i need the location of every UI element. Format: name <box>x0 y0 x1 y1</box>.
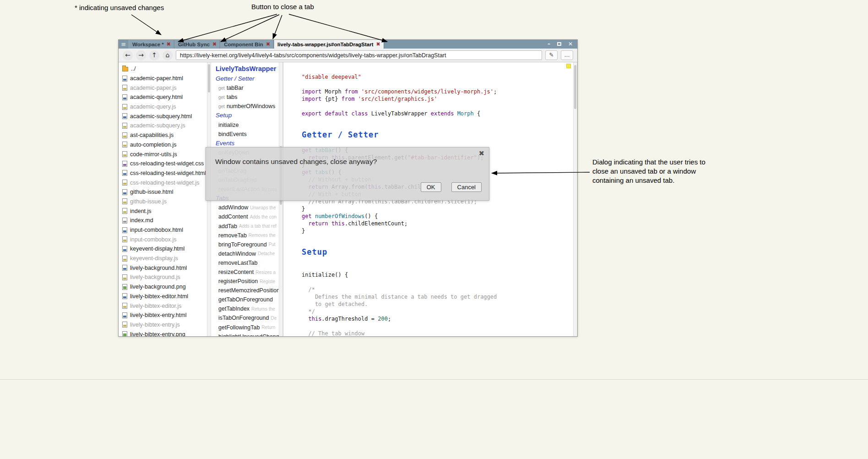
file-item[interactable]: academic-paper.html <box>119 74 207 83</box>
menu-icon[interactable]: ≡ <box>119 40 129 49</box>
outline-section-header[interactable]: Getter / Setter <box>216 74 279 83</box>
arrow-unsaved <box>131 15 161 35</box>
tab-label: GitHub Sync <box>178 42 210 47</box>
minimize-button[interactable]: – <box>548 40 550 49</box>
outline-section-header[interactable]: Events <box>216 139 279 148</box>
outline-item-label: addTab <box>218 223 237 230</box>
dialog-buttons: OK Cancel <box>421 182 482 192</box>
outline-item[interactable]: addContentAdds the con <box>216 212 279 221</box>
outline-item-label: removeTab <box>218 232 247 239</box>
file-item[interactable]: github-issue.html <box>119 187 207 197</box>
code-line: return this.childElementCount; <box>302 220 566 227</box>
tab-close-icon[interactable]: ✖ <box>266 41 270 47</box>
maximize-button[interactable] <box>557 40 561 49</box>
outline-item[interactable]: isTabOnForegroundDe <box>216 313 279 322</box>
file-item[interactable]: academic-query.html <box>119 93 207 102</box>
tab[interactable]: Component Bin✖ <box>220 40 274 49</box>
tab-close-icon[interactable]: ✖ <box>167 41 171 47</box>
file-item[interactable]: input-combobox.html <box>119 225 207 235</box>
code-line: } <box>302 205 566 213</box>
file-item[interactable]: css-reloading-test-widget.html <box>119 169 207 178</box>
png-file-icon <box>122 284 127 290</box>
outline-item[interactable]: addTabAdds a tab that ref <box>216 222 279 231</box>
file-item[interactable]: github-issue.js <box>119 197 207 207</box>
dialog-close-icon[interactable]: ✖ <box>478 149 484 158</box>
getter-prefix: get <box>218 104 225 109</box>
folder-file-icon <box>122 67 128 71</box>
outline-item-note: Removes the <box>249 233 276 238</box>
file-name: github-issue.js <box>130 198 167 205</box>
file-item[interactable]: indent.js <box>119 206 207 216</box>
outline-item[interactable]: getTabIndexReturns the <box>216 304 279 313</box>
file-item[interactable]: input-combobox.js <box>119 235 207 244</box>
file-item[interactable]: lively-bibtex-editor.html <box>119 292 207 301</box>
file-item[interactable]: lively-bibtex-entry.js <box>119 320 207 330</box>
file-item[interactable]: ast-capabilities.js <box>119 131 207 140</box>
tab-label: Component Bin <box>224 42 263 47</box>
outline-item[interactable]: resetMemoziredPosition <box>216 286 279 295</box>
file-item[interactable]: css-reloading-test-widget.js <box>119 178 207 187</box>
outline-item[interactable]: detachWindowDetache <box>216 249 279 258</box>
code-scrollbar[interactable] <box>573 62 577 336</box>
tab-label: lively-tabs-wrapper.js#onTabDragStart <box>277 42 373 47</box>
file-item[interactable]: lively-bibtex-editor.js <box>119 301 207 311</box>
outline-item[interactable]: bringToForegroundPut <box>216 240 279 249</box>
file-item[interactable]: lively-bibtex-entry.html <box>119 311 207 320</box>
file-item[interactable]: lively-bibtex-entry.png <box>119 329 207 336</box>
file-name: input-combobox.js <box>130 236 176 243</box>
outline-item[interactable]: addWindowUnwraps the <box>216 203 279 212</box>
file-item[interactable]: academic-query.js <box>119 102 207 112</box>
file-name: lively-bibtex-entry.html <box>130 312 186 318</box>
file-item[interactable]: academic-subquery.js <box>119 121 207 131</box>
file-item[interactable]: lively-background.js <box>119 273 207 282</box>
outline-item[interactable]: registerPositionRegiste <box>216 277 279 286</box>
outline-item[interactable]: removeLastTab <box>216 258 279 268</box>
outline-item[interactable]: resizeContentResizes a <box>216 268 279 277</box>
file-item[interactable]: auto-completion.js <box>119 140 207 150</box>
edit-button[interactable]: ✎ <box>545 50 558 60</box>
outline-item[interactable]: removeTabRemoves the <box>216 231 279 240</box>
file-item[interactable]: lively-background.html <box>119 263 207 273</box>
home-button[interactable]: ⌂ <box>163 50 173 60</box>
file-item[interactable]: keyevent-display.html <box>119 244 207 254</box>
outline-item[interactable]: gettabBar <box>216 83 279 93</box>
code-line: "disable deepeval" <box>302 73 566 81</box>
outline-item[interactable]: getnumberOfWindows <box>216 102 279 111</box>
url-input[interactable] <box>176 50 542 60</box>
file-name: lively-background.png <box>130 284 186 290</box>
code-line: initialize() { <box>302 271 566 279</box>
tab[interactable]: Workspace *✖ <box>129 40 174 49</box>
outline-item[interactable]: initialize <box>216 120 279 129</box>
outline-item[interactable]: getFollowingTabReturn <box>216 323 279 332</box>
ok-button[interactable]: OK <box>421 182 441 192</box>
more-button[interactable]: … <box>561 50 573 60</box>
scrollbar-thumb[interactable] <box>208 64 210 93</box>
window-close-button[interactable]: ✕ <box>568 40 573 49</box>
tab[interactable]: lively-tabs-wrapper.js#onTabDragStart✖ <box>274 40 384 49</box>
up-button[interactable]: ↑ <box>149 50 159 60</box>
file-item[interactable]: lively-background.png <box>119 282 207 292</box>
forward-button[interactable]: → <box>136 50 146 60</box>
code-line: /* <box>302 286 566 293</box>
outline-section-header[interactable]: Setup <box>216 111 279 120</box>
file-item[interactable]: keyevent-display.js <box>119 254 207 263</box>
file-item[interactable]: academic-paper.js <box>119 83 207 93</box>
tab-close-icon[interactable]: ✖ <box>376 41 380 47</box>
outline-item[interactable]: highlightUnsavedChanges <box>216 332 279 336</box>
outline-item[interactable]: bindEvents <box>216 130 279 139</box>
file-item[interactable]: code-mirror-utils.js <box>119 149 207 159</box>
tab-close-icon[interactable]: ✖ <box>212 41 217 47</box>
scrollbar-thumb[interactable] <box>574 65 576 109</box>
file-item[interactable]: css-reloading-test-widget.css <box>119 159 207 169</box>
file-name: academic-query.html <box>130 94 183 100</box>
outline-item[interactable]: gettabs <box>216 93 279 102</box>
cancel-button[interactable]: Cancel <box>451 182 482 192</box>
file-item[interactable]: academic-subquery.html <box>119 111 207 121</box>
outline-item-label: tabBar <box>227 85 244 91</box>
code-line: import Morph from 'src/components/widget… <box>302 88 566 95</box>
tab[interactable]: GitHub Sync✖ <box>174 40 220 49</box>
file-item[interactable]: ../ <box>119 64 207 74</box>
outline-item[interactable]: getTabOnForeground <box>216 295 279 304</box>
file-item[interactable]: index.md <box>119 216 207 225</box>
back-button[interactable]: ← <box>123 50 133 60</box>
